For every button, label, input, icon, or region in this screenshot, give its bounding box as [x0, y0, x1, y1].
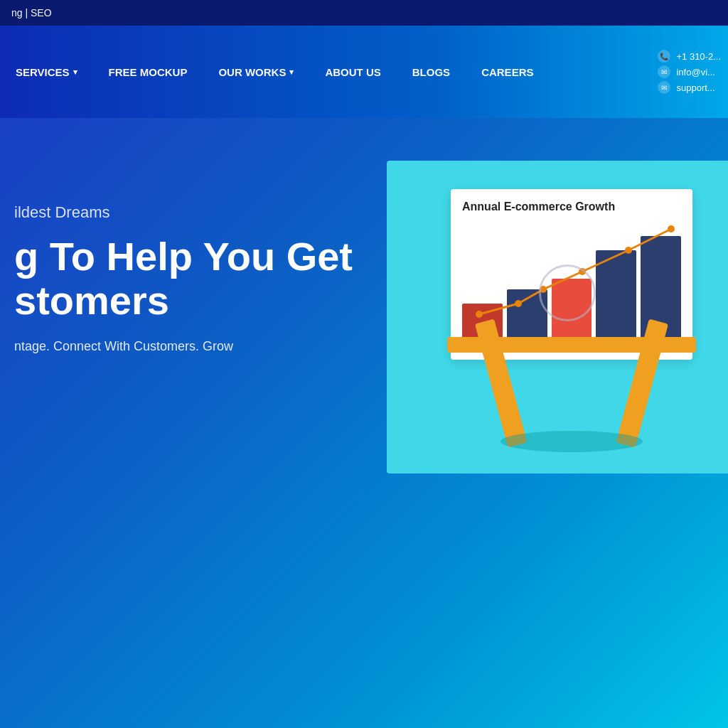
nav-label-blogs: BLOGS [412, 66, 450, 78]
phone-number: +1 310-2... [676, 51, 721, 62]
nav-item-careers[interactable]: CAREERS [466, 66, 549, 78]
email-address-1: info@vi... [676, 67, 714, 77]
chevron-down-icon: ▾ [73, 68, 77, 77]
easel-container: Annual E-commerce Growth [422, 175, 721, 459]
hero-text-block: ildest Dreams g To Help You Get stomers … [0, 203, 353, 354]
illustration-panel: Annual E-commerce Growth [387, 161, 728, 473]
nav-item-services[interactable]: Services ▾ [0, 66, 93, 78]
nav-item-blogs[interactable]: BLOGS [397, 66, 466, 78]
svg-point-5 [668, 225, 675, 232]
hero-title-line1: g To Help You Get [14, 234, 353, 279]
hero-title: g To Help You Get stomers [14, 235, 353, 322]
hero-section: ildest Dreams g To Help You Get stomers … [0, 118, 728, 728]
contact-phone: 📞 +1 310-2... [658, 50, 721, 63]
top-bar-title: ng | SEO [11, 7, 52, 18]
chart-title: Annual E-commerce Growth [462, 200, 681, 213]
hero-subtitle: ildest Dreams [14, 203, 353, 222]
email-address-2: support... [676, 82, 714, 93]
nav-item-about-us[interactable]: ABOUT US [309, 66, 396, 78]
email-icon-2: ✉ [658, 81, 670, 94]
nav-links: Services ▾ FREE MOCKUP OUR WORKS ▾ ABOUT… [0, 66, 658, 78]
top-bar: ng | SEO [0, 0, 728, 26]
nav-item-our-works[interactable]: OUR WORKS ▾ [203, 66, 309, 78]
nav-label-about-us: ABOUT US [325, 66, 380, 78]
contact-email1: ✉ info@vi... [658, 65, 721, 78]
nav-label-careers: CAREERS [481, 66, 533, 78]
contact-email2: ✉ support... [658, 81, 721, 94]
nav-label-free-mockup: FREE MOCKUP [109, 66, 188, 78]
nav-label-our-works: OUR WORKS [218, 66, 286, 78]
easel-shadow [500, 431, 643, 452]
easel-legs [465, 303, 678, 445]
chevron-down-icon-works: ▾ [289, 68, 294, 77]
hero-description: ntage. Connect With Customers. Grow [14, 339, 353, 354]
easel-top-bar [447, 337, 696, 353]
nav-contact: 📞 +1 310-2... ✉ info@vi... ✉ support... [658, 50, 728, 94]
email-icon-1: ✉ [658, 65, 670, 78]
hero-title-line2: stomers [14, 278, 169, 323]
phone-icon: 📞 [658, 50, 670, 63]
nav-bar: Services ▾ FREE MOCKUP OUR WORKS ▾ ABOUT… [0, 26, 728, 118]
nav-item-free-mockup[interactable]: FREE MOCKUP [93, 66, 203, 78]
nav-label-services: Services [16, 66, 70, 78]
